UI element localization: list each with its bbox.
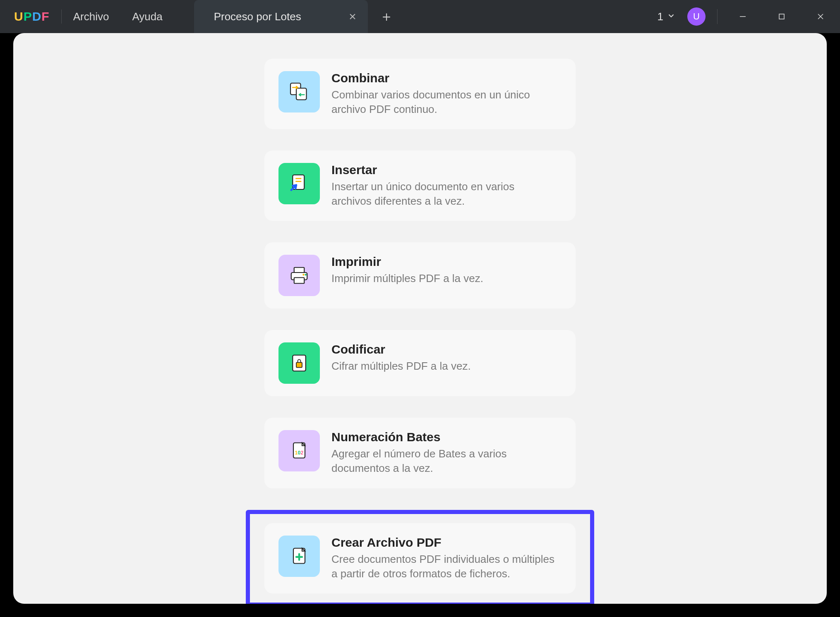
tab-label: Proceso por Lotes [214,10,301,23]
card-title: Crear Archivo PDF [331,536,555,550]
batch-options-list: Combinar Combinar varios documentos en u… [13,33,827,604]
combine-icon [278,71,320,112]
card-body: Insertar Insertar un único documento en … [331,163,555,208]
svg-rect-1 [779,14,784,19]
separator [717,9,718,24]
window-controls-group: 1 U [658,5,834,28]
card-encrypt[interactable]: Codificar Cifrar múltiples PDF a la vez. [264,330,576,396]
chevron-down-icon [667,10,676,23]
card-insert[interactable]: Insertar Insertar un único documento en … [264,151,576,221]
workspace: Combinar Combinar varios documentos en u… [13,33,827,604]
separator [61,10,62,24]
titlebar: UPDF Archivo Ayuda Proceso por Lotes × ＋… [0,0,840,33]
card-title: Numeración Bates [331,430,555,444]
card-create-pdf[interactable]: Crear Archivo PDF Cree documentos PDF in… [264,523,576,593]
card-body: Codificar Cifrar múltiples PDF a la vez. [331,342,471,373]
svg-rect-5 [296,88,307,100]
svg-rect-9 [294,268,305,273]
maximize-button[interactable] [768,5,795,28]
card-desc: Combinar varios documentos en un único a… [331,88,555,117]
new-tab-button[interactable]: ＋ [379,7,394,26]
card-desc: Cree documentos PDF individuales o múlti… [331,552,555,581]
card-body: Combinar Combinar varios documentos en u… [331,71,555,117]
print-icon [278,255,320,296]
insert-icon [278,163,320,204]
card-title: Combinar [331,71,555,85]
tabs-count-label: 1 [658,10,663,23]
highlight-frame: Crear Archivo PDF Cree documentos PDF in… [246,510,594,604]
avatar[interactable]: U [687,7,706,26]
card-bates-numbering[interactable]: 0 1 2 Numeración Bates Agregar el número… [264,418,576,488]
svg-rect-15 [296,363,302,368]
card-desc: Insertar un único documento en varios ar… [331,179,555,208]
close-window-button[interactable] [807,5,834,28]
card-combine[interactable]: Combinar Combinar varios documentos en u… [264,59,576,129]
minimize-button[interactable] [729,5,756,28]
card-desc: Agregar el número de Bates a varios docu… [331,447,555,476]
card-desc: Cifrar múltiples PDF a la vez. [331,359,471,373]
svg-text:1: 1 [295,450,298,456]
svg-rect-11 [294,278,305,284]
menu-file[interactable]: Archivo [73,10,109,23]
close-icon[interactable]: × [349,10,356,24]
app-logo: UPDF [14,10,50,24]
card-title: Codificar [331,342,471,356]
card-body: Numeración Bates Agregar el número de Ba… [331,430,555,476]
card-title: Imprimir [331,255,483,269]
create-pdf-icon [278,536,320,577]
card-print[interactable]: Imprimir Imprimir múltiples PDF a la vez… [264,242,576,308]
card-body: Imprimir Imprimir múltiples PDF a la vez… [331,255,483,286]
card-body: Crear Archivo PDF Cree documentos PDF in… [331,536,555,581]
encrypt-icon [278,342,320,384]
card-desc: Imprimir múltiples PDF a la vez. [331,271,483,286]
svg-point-13 [305,274,307,275]
bates-icon: 0 1 2 [278,430,320,471]
card-title: Insertar [331,163,555,177]
svg-text:2: 2 [301,450,304,456]
svg-text:0: 0 [298,450,301,456]
menu-help[interactable]: Ayuda [132,10,162,23]
tabs-dropdown[interactable]: 1 [658,10,676,23]
tab-batch-process[interactable]: Proceso por Lotes × [194,0,368,33]
svg-point-12 [302,274,304,275]
